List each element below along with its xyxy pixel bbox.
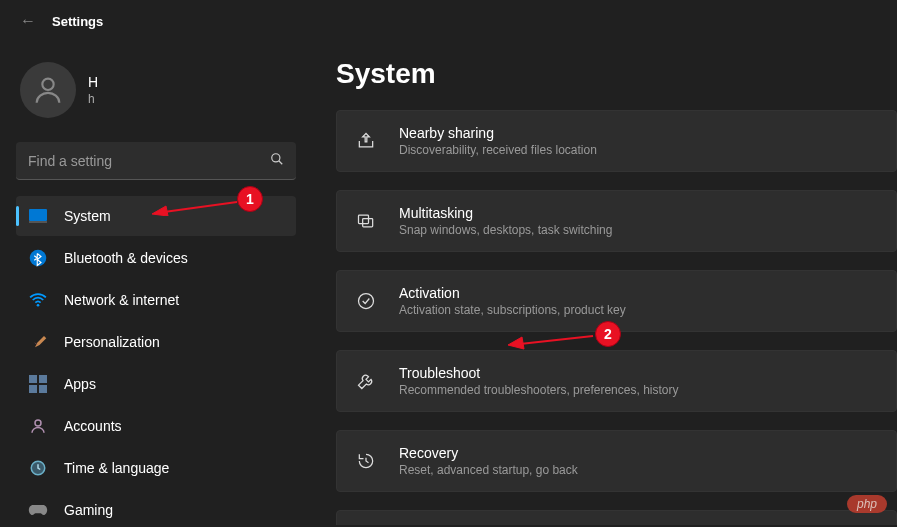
card-sub: Snap windows, desktops, task switching (399, 223, 612, 237)
card-nearby-sharing[interactable]: Nearby sharing Discoverability, received… (336, 110, 897, 172)
svg-point-5 (30, 250, 47, 267)
sidebar-item-label: Accounts (64, 418, 122, 434)
profile-sub: h (88, 92, 98, 106)
window-header: ← Settings (0, 0, 897, 42)
svg-rect-4 (29, 221, 47, 223)
profile-section[interactable]: H h (16, 54, 300, 134)
svg-point-11 (35, 420, 41, 426)
svg-point-6 (37, 304, 40, 307)
sidebar-item-network[interactable]: Network & internet (16, 280, 296, 320)
svg-marker-21 (508, 337, 524, 349)
svg-marker-19 (152, 206, 168, 216)
sidebar-item-label: Personalization (64, 334, 160, 350)
svg-line-20 (520, 336, 593, 344)
card-troubleshoot[interactable]: Troubleshoot Recommended troubleshooters… (336, 350, 897, 412)
brush-icon (28, 332, 48, 352)
wrench-icon (355, 370, 377, 392)
card-title: Nearby sharing (399, 125, 597, 141)
wifi-icon (28, 290, 48, 310)
annotation-arrow-2 (508, 330, 598, 350)
apps-icon (28, 374, 48, 394)
svg-point-1 (272, 154, 280, 162)
card-sub: Activation state, subscriptions, product… (399, 303, 626, 317)
card-sub: Discoverability, received files location (399, 143, 597, 157)
card-title: Troubleshoot (399, 365, 678, 381)
svg-point-15 (359, 294, 374, 309)
share-icon (355, 130, 377, 152)
annotation-badge-2: 2 (595, 321, 621, 347)
card-title: Activation (399, 285, 626, 301)
watermark: php (847, 495, 887, 513)
card-title: Recovery (399, 445, 578, 461)
user-icon (31, 73, 65, 107)
accounts-icon (28, 416, 48, 436)
sidebar-item-personalization[interactable]: Personalization (16, 322, 296, 362)
search-field[interactable] (28, 153, 270, 169)
sidebar-item-label: Network & internet (64, 292, 179, 308)
multitasking-icon (355, 210, 377, 232)
sidebar-item-label: System (64, 208, 111, 224)
page-title: System (336, 58, 897, 90)
svg-rect-13 (359, 215, 369, 223)
search-input[interactable] (16, 142, 296, 180)
sidebar-item-gaming[interactable]: Gaming (16, 490, 296, 525)
profile-name: H (88, 74, 98, 90)
annotation-badge-1: 1 (237, 186, 263, 212)
svg-point-0 (42, 79, 53, 90)
sidebar-item-label: Bluetooth & devices (64, 250, 188, 266)
system-icon (28, 206, 48, 226)
annotation-arrow-1 (152, 196, 242, 216)
svg-rect-14 (363, 219, 373, 227)
sidebar-item-apps[interactable]: Apps (16, 364, 296, 404)
sidebar: H h System Bluetooth & devices (0, 42, 300, 525)
svg-line-2 (279, 161, 283, 165)
search-icon[interactable] (270, 152, 284, 169)
svg-rect-3 (29, 209, 47, 221)
gamepad-icon (28, 500, 48, 520)
sidebar-item-label: Apps (64, 376, 96, 392)
avatar (20, 62, 76, 118)
check-circle-icon (355, 290, 377, 312)
card-title: Multitasking (399, 205, 612, 221)
card-recovery[interactable]: Recovery Reset, advanced startup, go bac… (336, 430, 897, 492)
svg-rect-8 (39, 375, 47, 383)
card-sub: Recommended troubleshooters, preferences… (399, 383, 678, 397)
card-projecting[interactable]: Projecting to this PC Permissions, pairi… (336, 510, 897, 525)
sidebar-item-time-language[interactable]: Time & language (16, 448, 296, 488)
card-multitasking[interactable]: Multitasking Snap windows, desktops, tas… (336, 190, 897, 252)
bluetooth-icon (28, 248, 48, 268)
header-title: Settings (52, 14, 103, 29)
back-arrow-icon[interactable]: ← (20, 12, 36, 30)
sidebar-item-bluetooth[interactable]: Bluetooth & devices (16, 238, 296, 278)
card-activation[interactable]: Activation Activation state, subscriptio… (336, 270, 897, 332)
sidebar-item-label: Gaming (64, 502, 113, 518)
svg-rect-9 (29, 385, 37, 393)
sidebar-item-accounts[interactable]: Accounts (16, 406, 296, 446)
svg-line-18 (164, 202, 237, 212)
recovery-icon (355, 450, 377, 472)
clock-icon (28, 458, 48, 478)
main-content: System Nearby sharing Discoverability, r… (300, 42, 897, 525)
sidebar-item-label: Time & language (64, 460, 169, 476)
svg-rect-7 (29, 375, 37, 383)
card-sub: Reset, advanced startup, go back (399, 463, 578, 477)
svg-rect-10 (39, 385, 47, 393)
